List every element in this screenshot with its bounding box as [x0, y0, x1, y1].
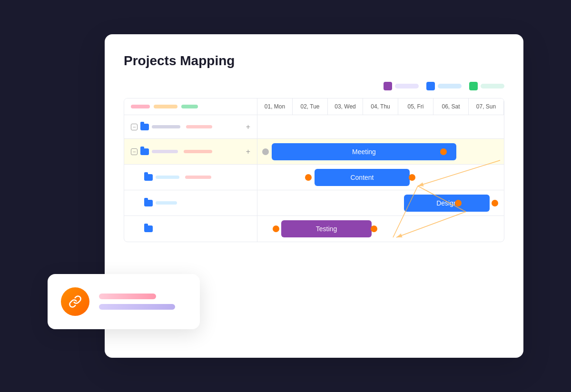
gantt-row-4: Design — [124, 190, 504, 216]
card-pill-purple — [99, 304, 175, 310]
folder-icon-3 — [144, 174, 153, 181]
gantt-row-5: Testing — [124, 216, 504, 242]
day-header-1: 01, Mon — [257, 98, 293, 115]
label-pill-2a — [152, 150, 178, 153]
header-pill-3 — [181, 105, 198, 108]
label-pill-1a — [152, 125, 180, 128]
bar-end-dot-design — [492, 200, 498, 206]
label-pill-4a — [156, 201, 177, 205]
gantt-row-label-4 — [124, 190, 257, 216]
bar-end-dot-content — [409, 174, 415, 181]
gantt-header-left — [124, 98, 257, 115]
day-header-3: 03, Wed — [328, 98, 363, 115]
link-icon — [69, 295, 82, 308]
gantt-row-2: − + Meeting — [124, 139, 504, 165]
legend-item-purple — [384, 82, 419, 90]
gantt-row-label-2: − + — [124, 139, 257, 164]
day-header-5: 05, Fri — [398, 98, 433, 115]
gantt-row-label-1: − + — [124, 115, 257, 138]
bar-start-dot-content — [305, 174, 312, 181]
folder-icon-1 — [140, 124, 149, 130]
collapse-button-1[interactable]: − — [131, 124, 138, 130]
gantt-header: 01, Mon 02, Tue 03, Wed 04, Thu 05, Fri … — [124, 98, 504, 115]
testing-bar[interactable]: Testing — [281, 220, 372, 237]
bar-end-dot-meeting — [440, 148, 447, 155]
day-header-4: 04, Thu — [363, 98, 398, 115]
collapse-button-2[interactable]: − — [131, 148, 138, 155]
label-pill-3b — [185, 176, 211, 179]
label-pill-2b — [184, 150, 212, 153]
gantt-row-1: − + — [124, 115, 504, 139]
gantt-row-3: Content — [124, 165, 504, 190]
gantt-row-label-3 — [124, 165, 257, 190]
legend-line-purple — [395, 84, 419, 88]
bar-end-dot-testing — [371, 225, 377, 232]
legend-dot-purple — [384, 82, 392, 90]
header-pill-2 — [154, 105, 177, 108]
legend-dot-green — [469, 82, 478, 90]
gantt-row-label-5 — [124, 216, 257, 242]
card-pill-pink — [99, 294, 156, 299]
add-button-1[interactable]: + — [246, 123, 250, 131]
day-header-6: 06, Sat — [433, 98, 469, 115]
label-pill-3a — [156, 176, 179, 179]
scene: Projects Mapping — [48, 34, 523, 358]
link-badge — [61, 287, 89, 316]
legend-line-green — [481, 84, 504, 88]
legend-line-blue — [438, 84, 462, 88]
folder-icon-5 — [144, 225, 153, 232]
bar-start-dot-design — [455, 200, 462, 206]
gantt-chart: 01, Mon 02, Tue 03, Wed 04, Thu 05, Fri … — [124, 98, 504, 242]
meeting-bar[interactable]: Meeting — [272, 143, 456, 160]
legend-item-blue — [426, 82, 462, 90]
floating-card-inner — [61, 287, 187, 316]
header-pill-1 — [131, 105, 150, 108]
label-pill-1b — [186, 125, 212, 128]
bar-start-dot-testing — [273, 225, 279, 232]
bar-start-dot-meeting — [262, 148, 269, 155]
page-title: Projects Mapping — [124, 53, 504, 69]
add-button-2[interactable]: + — [246, 147, 250, 156]
folder-icon-4 — [144, 200, 153, 206]
design-bar[interactable]: Design — [404, 195, 490, 212]
legend-item-green — [469, 82, 504, 90]
floating-card — [48, 274, 200, 329]
day-header-7: 07, Sun — [469, 98, 504, 115]
content-bar[interactable]: Content — [315, 169, 410, 186]
legend — [124, 82, 504, 90]
day-header-2: 02, Tue — [293, 98, 328, 115]
card-pills — [99, 294, 175, 310]
folder-icon-2 — [140, 148, 149, 155]
legend-dot-blue — [426, 82, 435, 90]
